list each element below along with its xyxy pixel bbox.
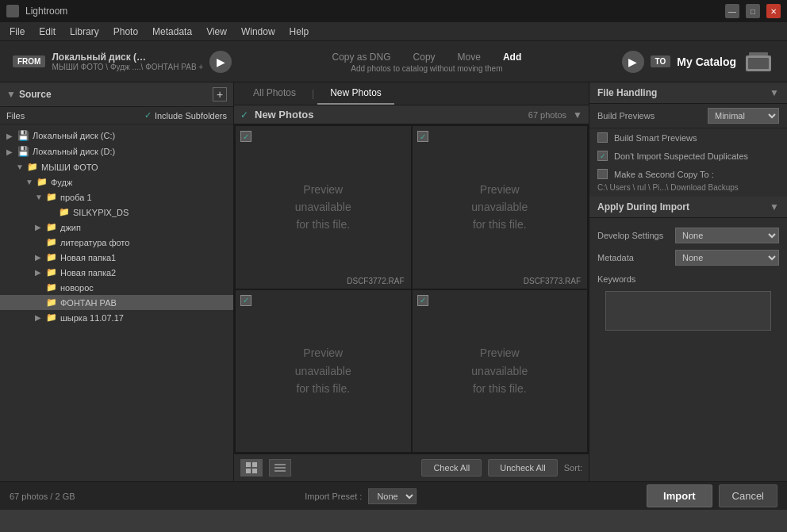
dest-arrow-button[interactable]: ▶ xyxy=(622,51,644,73)
source-tree: ▶ 💾 Локальный диск (С:) ▶ 💾 Локальный ди… xyxy=(0,124,233,481)
grid-header-count: 67 photos xyxy=(528,110,566,120)
build-previews-row: Build Previews Minimal xyxy=(589,104,787,128)
tree-fontan-rav[interactable]: ▶ 📁 ФОНТАН РАВ xyxy=(0,295,233,310)
apply-import-arrow[interactable]: ▼ xyxy=(770,201,779,212)
main-content: ▼ Source + Files ✓ Include Subfolders ▶ … xyxy=(0,82,787,481)
mode-copy-dng[interactable]: Copy as DNG xyxy=(329,50,394,64)
backup-path: C:\ Users \ rul \ Pi...\ Download Backup… xyxy=(589,183,787,197)
build-previews-select[interactable]: Minimal xyxy=(708,108,779,124)
source-panel: ▼ Source + Files ✓ Include Subfolders ▶ … xyxy=(0,82,234,481)
tree-novaya-papka2[interactable]: ▶ 📁 Новая папка2 xyxy=(0,265,233,280)
grid-header-checkbox[interactable]: ✓ xyxy=(240,109,248,121)
menu-file[interactable]: File xyxy=(3,25,31,39)
tree-disk-c[interactable]: ▶ 💾 Локальный диск (С:) xyxy=(0,128,233,144)
photo-cell-2: ✓ Previewunavailablefor this file. DSCF3… xyxy=(413,126,588,289)
keywords-label: Keywords xyxy=(597,274,635,284)
menu-help[interactable]: Help xyxy=(283,25,316,39)
build-smart-previews-label: Build Smart Previews xyxy=(614,133,697,143)
import-mode-desc: Add photos to catalog without moving the… xyxy=(351,64,502,73)
right-panel: File Handling ▼ Build Previews Minimal B… xyxy=(589,82,787,481)
svg-rect-1 xyxy=(749,52,768,55)
keywords-input[interactable] xyxy=(605,291,771,331)
to-label: TO xyxy=(651,55,671,67)
tree-myshi-foto[interactable]: ▼ 📁 МЫШИ ФОТО xyxy=(0,159,233,174)
close-button[interactable]: ✕ xyxy=(766,4,781,18)
bottom-bar: 67 photos / 2 GB Import Preset : None Im… xyxy=(0,481,787,510)
grid-header-arrow[interactable]: ▼ xyxy=(573,109,582,121)
menu-metadata[interactable]: Metadata xyxy=(146,25,198,39)
mode-copy[interactable]: Copy xyxy=(410,50,439,64)
photo-checkbox-4[interactable]: ✓ xyxy=(417,295,428,306)
photo-filename-2: DSCF3773.RAF xyxy=(524,277,581,285)
check-all-button[interactable]: Check All xyxy=(421,459,482,477)
source-title: ▼ Source xyxy=(6,89,52,100)
sort-label: Sort: xyxy=(564,463,582,473)
photo-checkbox-1[interactable]: ✓ xyxy=(240,131,251,142)
menu-library[interactable]: Library xyxy=(63,25,106,39)
catalog-name: My Catalog xyxy=(677,55,736,68)
include-subfolders[interactable]: ✓ Include Subfolders xyxy=(144,110,227,121)
file-handling-arrow[interactable]: ▼ xyxy=(770,87,779,98)
import-preset-select[interactable]: None xyxy=(368,488,417,504)
metadata-label: Metadata xyxy=(597,253,669,262)
dont-import-duplicates-row: ✓ Don't Import Suspected Duplicates xyxy=(589,147,787,165)
photo-checkbox-2[interactable]: ✓ xyxy=(417,131,428,142)
file-handling-title: File Handling xyxy=(597,87,657,98)
develop-settings-select[interactable]: None xyxy=(675,228,779,243)
preview-text-4: Previewunavailablefor this file. xyxy=(471,344,528,397)
preview-text-1: Previewunavailablefor this file. xyxy=(295,181,351,234)
dont-import-duplicates-checkbox[interactable]: ✓ xyxy=(597,151,608,161)
import-preset-row: Import Preset : None xyxy=(305,488,417,504)
import-modes: Copy as DNG Copy Move Add Add photos to … xyxy=(238,50,615,73)
tree-fudj[interactable]: ▼ 📁 Фудж xyxy=(0,174,233,189)
menu-photo[interactable]: Photo xyxy=(107,25,144,39)
svg-rect-8 xyxy=(274,467,286,469)
metadata-select[interactable]: None xyxy=(675,250,779,266)
preview-text-2: Previewunavailablefor this file. xyxy=(471,181,528,234)
tree-shirka[interactable]: ▶ 📁 шырка 11.07.17 xyxy=(0,310,233,325)
tree-literatura[interactable]: ▶ 📁 литература фото xyxy=(0,235,233,250)
second-copy-checkbox[interactable] xyxy=(597,169,608,179)
source-path: МЫШИ ФОТО \ Фудж ....\ ФОНТАН РАВ + xyxy=(52,63,203,71)
photo-cell-4: ✓ Previewunavailablefor this file. xyxy=(413,290,588,453)
tree-proba1[interactable]: ▼ 📁 проба 1 xyxy=(0,189,233,205)
second-copy-label: Make a Second Copy To : xyxy=(614,170,714,179)
source-name: Локальный диск (… xyxy=(52,52,203,63)
import-button[interactable]: Import xyxy=(647,484,712,507)
tree-disk-d[interactable]: ▶ 💾 Локальный диск (D:) xyxy=(0,144,233,159)
mode-add[interactable]: Add xyxy=(500,50,524,64)
cancel-button[interactable]: Cancel xyxy=(719,484,777,507)
grid-header-title: New Photos xyxy=(255,109,522,121)
menu-edit[interactable]: Edit xyxy=(33,25,62,39)
tab-all-photos[interactable]: All Photos xyxy=(240,82,309,105)
maximize-button[interactable]: □ xyxy=(746,4,760,18)
svg-rect-4 xyxy=(252,462,257,467)
add-source-button[interactable]: + xyxy=(213,87,227,101)
photo-grid: ✓ Previewunavailablefor this file. DSCF3… xyxy=(234,124,589,454)
menu-view[interactable]: View xyxy=(200,25,233,39)
menu-bar: File Edit Library Photo Metadata View Wi… xyxy=(0,22,787,41)
tree-novoros[interactable]: ▶ 📁 новорос xyxy=(0,280,233,295)
grid-view-button[interactable] xyxy=(240,459,263,477)
photo-toolbar: Check All Uncheck All Sort: xyxy=(234,454,589,481)
uncheck-all-button[interactable]: Uncheck All xyxy=(488,459,557,477)
second-copy-row: Make a Second Copy To : xyxy=(589,165,787,183)
tab-new-photos[interactable]: New Photos xyxy=(317,82,394,105)
list-view-button[interactable] xyxy=(269,459,291,477)
files-row: Files ✓ Include Subfolders xyxy=(0,107,233,124)
tree-djip[interactable]: ▶ 📁 джип xyxy=(0,220,233,235)
title-bar: Lightroom — □ ✕ xyxy=(0,0,787,22)
tree-novaya-papka1[interactable]: ▶ 📁 Новая папка1 xyxy=(0,250,233,265)
build-previews-label: Build Previews xyxy=(597,111,701,121)
apply-import-header: Apply During Import ▼ xyxy=(589,197,787,218)
menu-window[interactable]: Window xyxy=(235,25,282,39)
photo-checkbox-3[interactable]: ✓ xyxy=(240,295,251,306)
minimize-button[interactable]: — xyxy=(725,4,739,18)
build-smart-previews-checkbox[interactable] xyxy=(597,132,608,143)
mode-move[interactable]: Move xyxy=(455,50,484,64)
photo-panel: All Photos | New Photos ✓ New Photos 67 … xyxy=(234,82,589,481)
apply-import-title: Apply During Import xyxy=(597,201,689,212)
tree-silkypix[interactable]: ▶ 📁 SILKYPIX_DS xyxy=(0,205,233,220)
photo-cell-1: ✓ Previewunavailablefor this file. DSCF3… xyxy=(236,126,411,289)
source-arrow-button[interactable]: ▶ xyxy=(209,51,232,73)
